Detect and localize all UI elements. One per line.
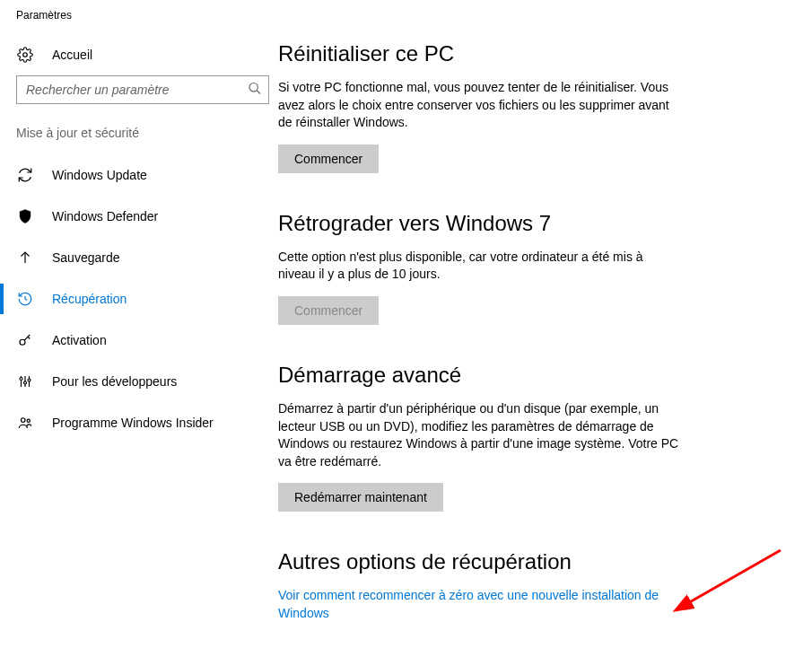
sidebar-item-backup[interactable]: Sauvegarde [0,237,278,278]
svg-point-16 [22,418,26,423]
gear-icon [16,47,34,63]
key-icon [16,332,34,348]
main-content: Réinitialiser ce PC Si votre PC fonction… [278,41,781,623]
section-body: Démarrez à partir d'un périphérique ou d… [278,400,682,470]
insider-icon [16,415,34,431]
section-body: Si votre PC fonctionne mal, vous pouvez … [278,79,682,132]
svg-point-15 [28,379,31,381]
sidebar-home[interactable]: Accueil [16,41,278,75]
svg-line-6 [25,299,27,301]
restart-now-button[interactable]: Redémarrer maintenant [278,483,443,512]
svg-point-17 [27,419,30,422]
sidebar-item-label: Activation [52,333,107,347]
svg-point-13 [20,378,22,381]
section-other-recovery: Autres options de récupération Voir comm… [278,549,745,622]
sidebar-item-label: Récupération [52,292,127,306]
sidebar-item-insider[interactable]: Programme Windows Insider [0,402,278,443]
svg-point-14 [24,381,27,384]
sidebar-item-label: Pour les développeurs [52,374,177,389]
section-title: Réinitialiser ce PC [278,41,745,66]
history-icon [16,291,34,307]
shield-icon [16,208,34,224]
sidebar-item-recovery[interactable]: Récupération [0,278,278,320]
search-input[interactable] [16,75,269,104]
sidebar-item-windows-defender[interactable]: Windows Defender [0,196,278,237]
sidebar-home-label: Accueil [52,48,92,62]
section-reset-pc: Réinitialiser ce PC Si votre PC fonction… [278,41,745,173]
section-title: Rétrograder vers Windows 7 [278,211,745,236]
upload-arrow-icon [16,250,34,266]
reset-start-button[interactable]: Commencer [278,145,379,173]
sidebar-item-label: Programme Windows Insider [52,416,214,430]
sidebar-category-header: Mise à jour et sécurité [16,126,278,140]
svg-line-9 [28,337,30,338]
downgrade-start-button: Commencer [278,296,379,325]
section-title: Démarrage avancé [278,363,745,388]
sidebar-item-label: Sauvegarde [52,250,120,265]
sidebar-item-activation[interactable]: Activation [0,320,278,361]
sidebar-item-windows-update[interactable]: Windows Update [0,154,278,196]
sidebar-item-label: Windows Defender [52,209,158,223]
sync-icon [16,167,34,183]
fresh-install-link[interactable]: Voir comment recommencer à zéro avec une… [278,587,682,622]
window-title: Paramètres [0,0,812,22]
svg-point-0 [23,53,28,57]
section-downgrade: Rétrograder vers Windows 7 Cette option … [278,211,745,325]
search-box[interactable] [16,75,269,104]
section-title: Autres options de récupération [278,549,745,574]
section-advanced-startup: Démarrage avancé Démarrez à partir d'un … [278,363,745,512]
section-body: Cette option n'est plus disponible, car … [278,249,682,284]
sidebar: Accueil Mise à jour et sécurité Windows … [0,41,278,623]
sidebar-item-developers[interactable]: Pour les développeurs [0,361,278,402]
sidebar-item-label: Windows Update [52,168,147,182]
developer-icon [16,373,34,390]
